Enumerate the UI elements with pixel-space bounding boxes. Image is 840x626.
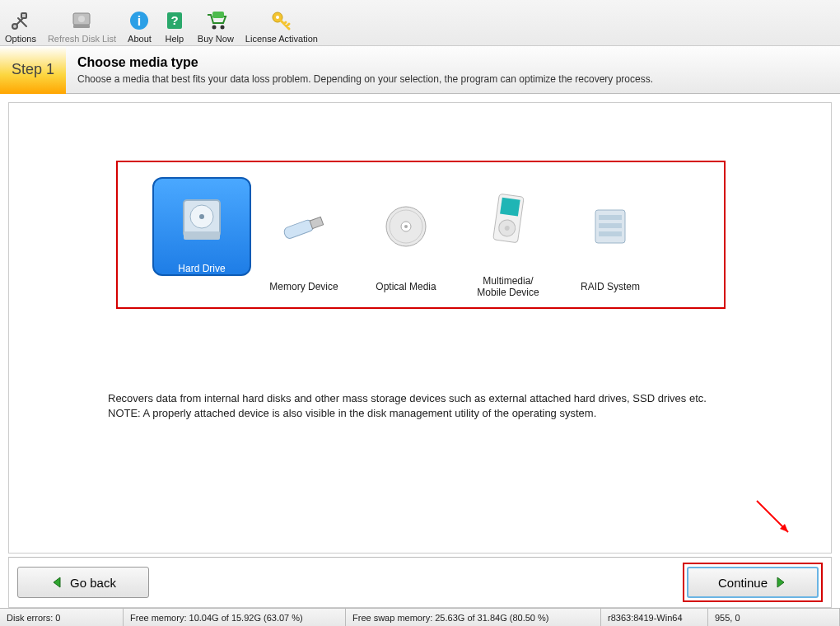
step-badge: Step 1 (0, 46, 66, 94)
toolbar-help[interactable]: ? Help (163, 2, 186, 44)
svg-point-1 (12, 24, 17, 29)
svg-rect-19 (310, 217, 324, 228)
toolbar-label: Help (166, 34, 184, 44)
status-free-memory: Free memory: 10.04G of 15.92G (63.07 %) (124, 609, 346, 626)
media-optical[interactable]: Optical Media (355, 177, 457, 292)
toolbar-buy[interactable]: Buy Now (198, 2, 234, 44)
media-label: Optical Media (376, 281, 436, 292)
annotation-arrow (749, 493, 798, 544)
svg-rect-0 (21, 13, 26, 18)
hard-drive-icon (152, 177, 251, 276)
media-hard-drive[interactable]: Hard Drive (151, 177, 253, 292)
svg-point-23 (404, 225, 408, 228)
svg-point-9 (212, 26, 216, 30)
media-memory-device[interactable]: Memory Device (253, 177, 355, 292)
refresh-icon (70, 9, 93, 32)
step-text: Choose media type Choose a media that be… (77, 55, 653, 85)
svg-point-16 (199, 214, 204, 219)
step-header: Step 1 Choose media type Choose a media … (0, 46, 840, 94)
continue-highlight: Continue (683, 563, 823, 602)
toolbar: Options Refresh Disk List i About ? Help… (0, 0, 840, 46)
content-panel: Hard Drive Memory Device Optical Media M… (8, 102, 832, 554)
help-icon: ? (163, 9, 186, 32)
ipod-icon (459, 171, 558, 270)
svg-rect-30 (599, 223, 622, 228)
toolbar-label: About (128, 34, 152, 44)
toolbar-label: Refresh Disk List (48, 34, 116, 44)
toolbar-label: Options (5, 34, 36, 44)
media-label: RAID System (581, 281, 640, 292)
svg-marker-34 (54, 577, 60, 587)
info-icon: i (128, 9, 151, 32)
arrow-left-icon (50, 576, 63, 589)
status-bar: Disk errors: 0 Free memory: 10.04G of 15… (0, 608, 840, 626)
media-raid[interactable]: RAID System (559, 177, 661, 292)
svg-text:?: ? (170, 13, 178, 27)
button-label: Continue (718, 576, 768, 590)
toolbar-options[interactable]: Options (5, 2, 36, 44)
svg-rect-29 (599, 215, 622, 220)
toolbar-about[interactable]: i About (128, 2, 152, 44)
svg-marker-35 (777, 577, 784, 587)
svg-point-10 (220, 26, 224, 30)
media-label: Memory Device (269, 281, 338, 292)
svg-rect-25 (500, 198, 520, 217)
button-label: Go back (70, 576, 116, 590)
media-label: Multimedia/ Mobile Device (477, 275, 539, 298)
cart-icon (204, 9, 227, 32)
go-back-button[interactable]: Go back (17, 567, 149, 598)
svg-point-4 (78, 16, 85, 22)
media-description: Recovers data from internal hard disks a… (108, 391, 757, 421)
svg-rect-17 (184, 231, 220, 240)
media-type-box: Hard Drive Memory Device Optical Media M… (116, 161, 726, 309)
usb-icon (254, 177, 353, 276)
svg-rect-3 (73, 25, 90, 28)
svg-rect-31 (599, 231, 622, 236)
status-coords: 955, 0 (708, 609, 840, 626)
disc-icon (357, 177, 455, 276)
continue-button[interactable]: Continue (687, 567, 819, 598)
svg-rect-11 (212, 12, 224, 18)
status-build: r8363:8419-Win64 (601, 609, 708, 626)
media-multimedia[interactable]: Multimedia/ Mobile Device (457, 171, 559, 298)
status-disk-errors: Disk errors: 0 (0, 609, 124, 626)
key-icon (270, 9, 293, 32)
toolbar-license[interactable]: License Activation (245, 2, 318, 44)
toolbar-refresh[interactable]: Refresh Disk List (48, 2, 116, 44)
arrow-right-icon (774, 576, 787, 589)
raid-icon (561, 177, 660, 276)
svg-text:i: i (138, 14, 141, 28)
options-icon (9, 9, 32, 32)
status-free-swap: Free swap memory: 25.63G of 31.84G (80.5… (346, 609, 601, 626)
svg-point-13 (276, 16, 279, 19)
step-subtitle: Choose a media that best fits your data … (77, 73, 653, 85)
media-label: Hard Drive (178, 263, 225, 274)
step-title: Choose media type (77, 55, 653, 70)
toolbar-label: Buy Now (198, 34, 234, 44)
button-bar: Go back Continue (8, 557, 832, 608)
toolbar-label: License Activation (245, 34, 318, 44)
